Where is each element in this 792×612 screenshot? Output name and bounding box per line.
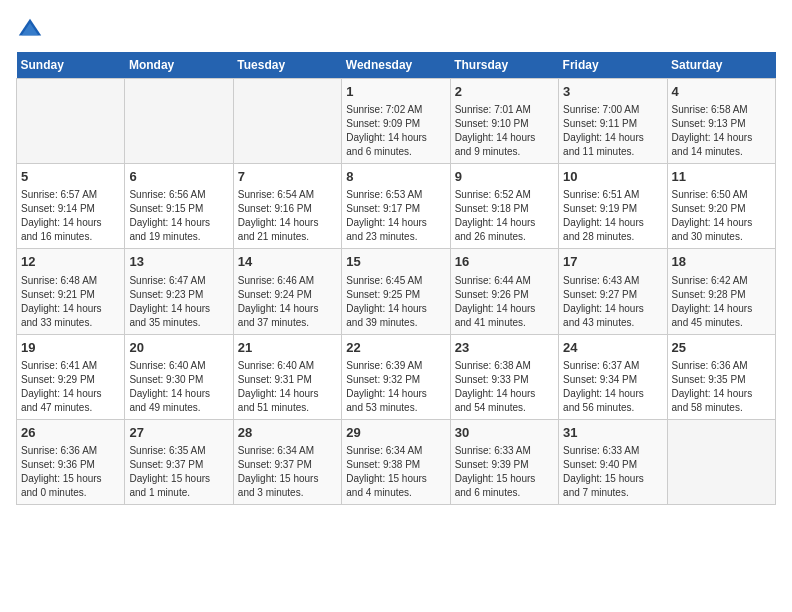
calendar-week-row: 19Sunrise: 6:41 AM Sunset: 9:29 PM Dayli… bbox=[17, 334, 776, 419]
calendar-cell: 12Sunrise: 6:48 AM Sunset: 9:21 PM Dayli… bbox=[17, 249, 125, 334]
calendar-cell: 11Sunrise: 6:50 AM Sunset: 9:20 PM Dayli… bbox=[667, 164, 775, 249]
day-number: 6 bbox=[129, 168, 228, 186]
calendar-cell bbox=[125, 79, 233, 164]
day-info: Sunrise: 6:45 AM Sunset: 9:25 PM Dayligh… bbox=[346, 274, 445, 330]
day-number: 29 bbox=[346, 424, 445, 442]
calendar-cell: 8Sunrise: 6:53 AM Sunset: 9:17 PM Daylig… bbox=[342, 164, 450, 249]
calendar-cell: 10Sunrise: 6:51 AM Sunset: 9:19 PM Dayli… bbox=[559, 164, 667, 249]
day-info: Sunrise: 6:48 AM Sunset: 9:21 PM Dayligh… bbox=[21, 274, 120, 330]
calendar-cell: 16Sunrise: 6:44 AM Sunset: 9:26 PM Dayli… bbox=[450, 249, 558, 334]
calendar-table: SundayMondayTuesdayWednesdayThursdayFrid… bbox=[16, 52, 776, 505]
day-number: 23 bbox=[455, 339, 554, 357]
day-info: Sunrise: 6:47 AM Sunset: 9:23 PM Dayligh… bbox=[129, 274, 228, 330]
calendar-cell: 31Sunrise: 6:33 AM Sunset: 9:40 PM Dayli… bbox=[559, 419, 667, 504]
day-number: 30 bbox=[455, 424, 554, 442]
calendar-cell: 7Sunrise: 6:54 AM Sunset: 9:16 PM Daylig… bbox=[233, 164, 341, 249]
calendar-cell: 5Sunrise: 6:57 AM Sunset: 9:14 PM Daylig… bbox=[17, 164, 125, 249]
day-number: 7 bbox=[238, 168, 337, 186]
day-number: 8 bbox=[346, 168, 445, 186]
day-info: Sunrise: 6:40 AM Sunset: 9:31 PM Dayligh… bbox=[238, 359, 337, 415]
calendar-cell: 23Sunrise: 6:38 AM Sunset: 9:33 PM Dayli… bbox=[450, 334, 558, 419]
logo bbox=[16, 16, 48, 44]
day-header-wednesday: Wednesday bbox=[342, 52, 450, 79]
calendar-cell: 29Sunrise: 6:34 AM Sunset: 9:38 PM Dayli… bbox=[342, 419, 450, 504]
day-info: Sunrise: 6:53 AM Sunset: 9:17 PM Dayligh… bbox=[346, 188, 445, 244]
calendar-cell: 17Sunrise: 6:43 AM Sunset: 9:27 PM Dayli… bbox=[559, 249, 667, 334]
calendar-cell: 4Sunrise: 6:58 AM Sunset: 9:13 PM Daylig… bbox=[667, 79, 775, 164]
day-info: Sunrise: 6:42 AM Sunset: 9:28 PM Dayligh… bbox=[672, 274, 771, 330]
day-number: 24 bbox=[563, 339, 662, 357]
calendar-cell: 15Sunrise: 6:45 AM Sunset: 9:25 PM Dayli… bbox=[342, 249, 450, 334]
calendar-week-row: 1Sunrise: 7:02 AM Sunset: 9:09 PM Daylig… bbox=[17, 79, 776, 164]
day-number: 25 bbox=[672, 339, 771, 357]
day-info: Sunrise: 7:01 AM Sunset: 9:10 PM Dayligh… bbox=[455, 103, 554, 159]
day-info: Sunrise: 6:38 AM Sunset: 9:33 PM Dayligh… bbox=[455, 359, 554, 415]
calendar-cell: 25Sunrise: 6:36 AM Sunset: 9:35 PM Dayli… bbox=[667, 334, 775, 419]
calendar-cell: 28Sunrise: 6:34 AM Sunset: 9:37 PM Dayli… bbox=[233, 419, 341, 504]
day-number: 31 bbox=[563, 424, 662, 442]
day-info: Sunrise: 6:36 AM Sunset: 9:36 PM Dayligh… bbox=[21, 444, 120, 500]
day-info: Sunrise: 6:44 AM Sunset: 9:26 PM Dayligh… bbox=[455, 274, 554, 330]
day-info: Sunrise: 6:58 AM Sunset: 9:13 PM Dayligh… bbox=[672, 103, 771, 159]
calendar-cell: 20Sunrise: 6:40 AM Sunset: 9:30 PM Dayli… bbox=[125, 334, 233, 419]
day-number: 5 bbox=[21, 168, 120, 186]
day-number: 21 bbox=[238, 339, 337, 357]
calendar-cell: 24Sunrise: 6:37 AM Sunset: 9:34 PM Dayli… bbox=[559, 334, 667, 419]
calendar-cell: 30Sunrise: 6:33 AM Sunset: 9:39 PM Dayli… bbox=[450, 419, 558, 504]
calendar-cell: 1Sunrise: 7:02 AM Sunset: 9:09 PM Daylig… bbox=[342, 79, 450, 164]
day-header-monday: Monday bbox=[125, 52, 233, 79]
calendar-cell bbox=[667, 419, 775, 504]
day-number: 19 bbox=[21, 339, 120, 357]
day-info: Sunrise: 6:34 AM Sunset: 9:37 PM Dayligh… bbox=[238, 444, 337, 500]
day-number: 26 bbox=[21, 424, 120, 442]
day-number: 27 bbox=[129, 424, 228, 442]
calendar-cell: 21Sunrise: 6:40 AM Sunset: 9:31 PM Dayli… bbox=[233, 334, 341, 419]
day-number: 20 bbox=[129, 339, 228, 357]
calendar-cell: 13Sunrise: 6:47 AM Sunset: 9:23 PM Dayli… bbox=[125, 249, 233, 334]
day-info: Sunrise: 6:35 AM Sunset: 9:37 PM Dayligh… bbox=[129, 444, 228, 500]
day-number: 9 bbox=[455, 168, 554, 186]
calendar-week-row: 26Sunrise: 6:36 AM Sunset: 9:36 PM Dayli… bbox=[17, 419, 776, 504]
calendar-cell: 2Sunrise: 7:01 AM Sunset: 9:10 PM Daylig… bbox=[450, 79, 558, 164]
day-info: Sunrise: 6:40 AM Sunset: 9:30 PM Dayligh… bbox=[129, 359, 228, 415]
calendar-week-row: 5Sunrise: 6:57 AM Sunset: 9:14 PM Daylig… bbox=[17, 164, 776, 249]
calendar-cell: 22Sunrise: 6:39 AM Sunset: 9:32 PM Dayli… bbox=[342, 334, 450, 419]
day-info: Sunrise: 7:00 AM Sunset: 9:11 PM Dayligh… bbox=[563, 103, 662, 159]
day-header-sunday: Sunday bbox=[17, 52, 125, 79]
day-header-saturday: Saturday bbox=[667, 52, 775, 79]
calendar-cell bbox=[17, 79, 125, 164]
day-info: Sunrise: 6:50 AM Sunset: 9:20 PM Dayligh… bbox=[672, 188, 771, 244]
day-number: 2 bbox=[455, 83, 554, 101]
calendar-cell: 27Sunrise: 6:35 AM Sunset: 9:37 PM Dayli… bbox=[125, 419, 233, 504]
day-info: Sunrise: 6:36 AM Sunset: 9:35 PM Dayligh… bbox=[672, 359, 771, 415]
calendar-week-row: 12Sunrise: 6:48 AM Sunset: 9:21 PM Dayli… bbox=[17, 249, 776, 334]
day-number: 13 bbox=[129, 253, 228, 271]
calendar-cell: 18Sunrise: 6:42 AM Sunset: 9:28 PM Dayli… bbox=[667, 249, 775, 334]
calendar-header-row: SundayMondayTuesdayWednesdayThursdayFrid… bbox=[17, 52, 776, 79]
day-info: Sunrise: 6:54 AM Sunset: 9:16 PM Dayligh… bbox=[238, 188, 337, 244]
day-number: 4 bbox=[672, 83, 771, 101]
calendar-cell: 3Sunrise: 7:00 AM Sunset: 9:11 PM Daylig… bbox=[559, 79, 667, 164]
calendar-cell bbox=[233, 79, 341, 164]
day-number: 15 bbox=[346, 253, 445, 271]
day-info: Sunrise: 6:56 AM Sunset: 9:15 PM Dayligh… bbox=[129, 188, 228, 244]
day-info: Sunrise: 6:52 AM Sunset: 9:18 PM Dayligh… bbox=[455, 188, 554, 244]
day-number: 28 bbox=[238, 424, 337, 442]
logo-icon bbox=[16, 16, 44, 44]
day-info: Sunrise: 6:41 AM Sunset: 9:29 PM Dayligh… bbox=[21, 359, 120, 415]
day-info: Sunrise: 6:34 AM Sunset: 9:38 PM Dayligh… bbox=[346, 444, 445, 500]
day-info: Sunrise: 6:57 AM Sunset: 9:14 PM Dayligh… bbox=[21, 188, 120, 244]
day-header-friday: Friday bbox=[559, 52, 667, 79]
day-info: Sunrise: 6:46 AM Sunset: 9:24 PM Dayligh… bbox=[238, 274, 337, 330]
calendar-cell: 6Sunrise: 6:56 AM Sunset: 9:15 PM Daylig… bbox=[125, 164, 233, 249]
calendar-cell: 19Sunrise: 6:41 AM Sunset: 9:29 PM Dayli… bbox=[17, 334, 125, 419]
day-info: Sunrise: 6:51 AM Sunset: 9:19 PM Dayligh… bbox=[563, 188, 662, 244]
day-info: Sunrise: 6:37 AM Sunset: 9:34 PM Dayligh… bbox=[563, 359, 662, 415]
day-number: 12 bbox=[21, 253, 120, 271]
day-number: 14 bbox=[238, 253, 337, 271]
day-header-thursday: Thursday bbox=[450, 52, 558, 79]
day-number: 17 bbox=[563, 253, 662, 271]
day-number: 10 bbox=[563, 168, 662, 186]
page-header bbox=[16, 16, 776, 44]
calendar-cell: 9Sunrise: 6:52 AM Sunset: 9:18 PM Daylig… bbox=[450, 164, 558, 249]
